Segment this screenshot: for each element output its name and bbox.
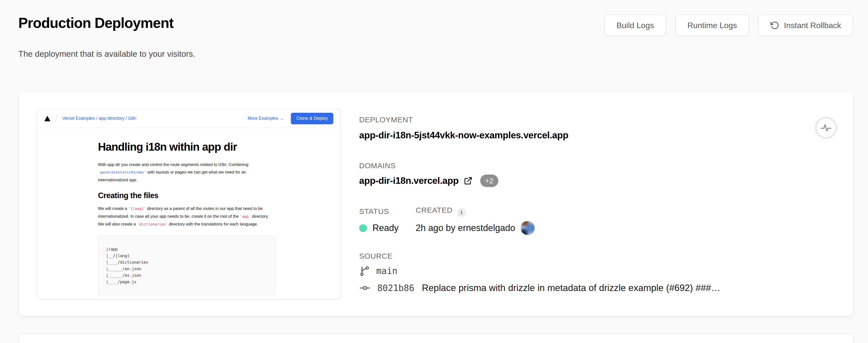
preview-breadcrumb-link[interactable]: Vercel Examples / app-directory / i18n [62,116,136,121]
clone-deploy-button[interactable]: Clone & Deploy [291,113,333,124]
deployment-url-link[interactable]: app-dir-i18n-5jst44vkk-now-examples.verc… [359,129,568,142]
deployment-card: Vercel Examples / app-directory / i18n M… [18,91,854,316]
git-branch-icon [360,266,370,277]
page-title: Production Deployment [18,14,174,31]
extra-domains-badge[interactable]: +2 [480,175,498,187]
preview-article: Handling i18n within app dir With app di… [37,128,275,300]
branch-name: main [376,266,397,276]
status-created-labels-row: STATUS CREATEDi [359,206,466,217]
next-section-card [18,334,854,343]
external-link-icon[interactable] [464,176,473,185]
created-label: CREATED [416,206,453,214]
preview-file-tree-code-block: |/app |__/[lang] |____/dictionaries |___… [98,236,275,296]
preview-section1-paragraph: We will create a [lang] directory as a p… [98,205,275,228]
created-value: 2h ago by ernestdelgado [416,221,535,235]
deployment-label: DEPLOYMENT [359,116,413,124]
status-created-values-row: Ready 2h ago by ernestdelgado [359,221,535,235]
instant-rollback-button[interactable]: Instant Rollback [758,14,853,36]
source-commit-row[interactable]: 8021b86 Replace prisma with drizzle in m… [359,282,720,293]
info-icon[interactable]: i [457,208,466,217]
commit-message: Replace prisma with drizzle in metadata … [422,283,720,293]
status-ready-text: Ready [372,223,399,233]
activity-pulse-icon [820,122,832,133]
header-actions: Build Logs Runtime Logs Instant Rollback [604,14,853,36]
runtime-logs-button[interactable]: Runtime Logs [675,14,749,36]
created-text: 2h ago by ernestdelgado [416,223,515,233]
breadcrumb-slash-divider [55,114,58,123]
instant-rollback-label: Instant Rollback [784,21,841,30]
preview-site-header: Vercel Examples / app-directory / i18n M… [37,109,340,128]
source-label: SOURCE [359,252,393,260]
creator-avatar[interactable] [521,221,535,235]
commit-hash: 8021b86 [377,283,414,293]
production-deployment-panel: Production Deployment The deployment tha… [0,0,868,343]
preview-section1-title: Creating the files [98,191,275,200]
runtime-logs-label: Runtime Logs [687,21,737,30]
domain-link[interactable]: app-dir-i18n.vercel.app [359,175,459,187]
ready-status-dot-icon [359,224,367,232]
build-logs-label: Build Logs [616,21,654,30]
preview-article-title: Handling i18n within app dir [98,141,275,153]
build-logs-button[interactable]: Build Logs [604,14,666,36]
page-subtitle: The deployment that is available to your… [18,49,195,59]
source-branch-row[interactable]: main [360,266,397,277]
rollback-icon [770,21,779,30]
activity-pulse-button[interactable] [815,117,837,139]
status-value: Ready [359,223,416,233]
vercel-triangle-logo-icon [44,116,51,122]
more-examples-link[interactable]: More Examples → [248,116,284,121]
preview-intro-paragraph: With app dir you create and control the … [98,161,275,184]
status-label: STATUS [359,207,389,215]
domain-row: app-dir-i18n.vercel.app +2 [359,175,498,187]
deployment-preview-screenshot[interactable]: Vercel Examples / app-directory / i18n M… [36,109,341,300]
domains-label: DOMAINS [359,161,396,170]
git-commit-icon [359,282,371,293]
